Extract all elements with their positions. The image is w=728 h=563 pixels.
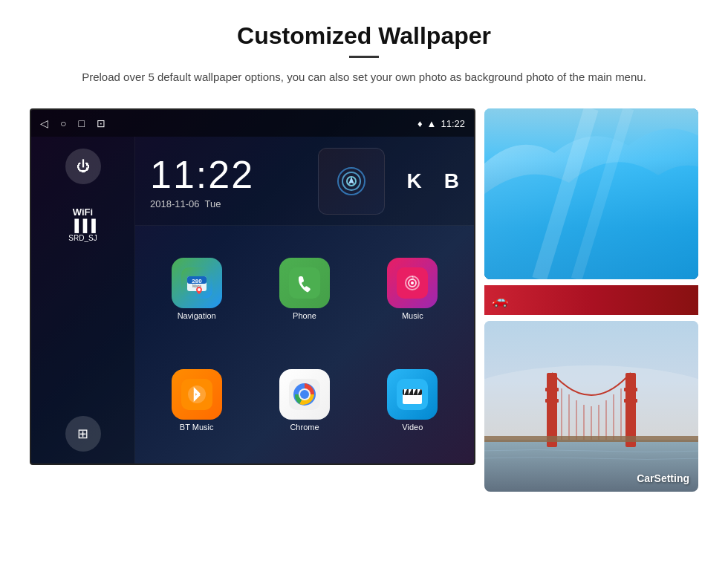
page-title: Customized Wallpaper — [59, 22, 669, 50]
svg-point-14 — [411, 282, 414, 284]
k-button[interactable]: K — [407, 169, 422, 193]
navigation-svg: 280 Maps — [181, 267, 212, 299]
phone-label: Phone — [293, 311, 316, 320]
chrome-svg — [289, 379, 320, 410]
clock-date: 2018-11-06 Tue — [150, 198, 296, 209]
page-description: Preload over 5 default wallpaper options… — [59, 68, 669, 86]
clock-section: 11:22 2018-11-06 Tue — [150, 152, 296, 209]
video-svg — [397, 379, 428, 410]
svg-point-9 — [198, 288, 201, 291]
camera-icon[interactable]: ⊡ — [97, 117, 105, 129]
car-strip-icon: 🚗 — [492, 292, 508, 308]
music-svg: ♪ — [397, 267, 428, 299]
android-screen: ◁ ○ □ ⊡ ♦ ▲ 11:22 ⏻ WiFi ▐▐▐ SRD_SJ ⊞ — [30, 108, 475, 465]
svg-rect-36 — [545, 399, 559, 403]
app-chrome[interactable]: Chrome — [250, 345, 358, 456]
radio-icon — [337, 166, 366, 196]
svg-rect-35 — [545, 388, 559, 391]
radio-widget[interactable] — [318, 148, 385, 215]
nav-icons: ◁ ○ □ ⊡ — [40, 117, 105, 129]
music-icon: ♪ — [387, 258, 438, 308]
back-icon[interactable]: ◁ — [40, 117, 48, 129]
home-icon[interactable]: ○ — [60, 117, 66, 129]
recents-icon[interactable]: □ — [78, 117, 84, 129]
chrome-label: Chrome — [290, 423, 319, 432]
chrome-icon — [279, 369, 330, 420]
clock-area: 11:22 2018-11-06 Tue — [135, 137, 474, 226]
screen-content: ⏻ WiFi ▐▐▐ SRD_SJ ⊞ 11:22 2018-11-06 Tue — [31, 137, 474, 463]
wifi-label: WiFi — [68, 206, 97, 218]
location-icon: ♦ — [417, 118, 423, 129]
app-navigation[interactable]: 280 Maps Navigation — [143, 233, 250, 345]
page-header: Customized Wallpaper Preload over 5 defa… — [0, 0, 728, 101]
wallpaper-bottom: CarSetting — [484, 321, 698, 492]
svg-rect-37 — [624, 388, 637, 391]
wifi-signal-icon: ▐▐▐ — [68, 219, 97, 232]
wifi-widget: WiFi ▐▐▐ SRD_SJ — [68, 206, 97, 242]
video-icon — [387, 369, 438, 420]
b-button[interactable]: B — [444, 169, 459, 193]
app-music[interactable]: ♪ Music — [359, 233, 467, 345]
svg-rect-38 — [624, 399, 637, 403]
status-bar: ◁ ○ □ ⊡ ♦ ▲ 11:22 — [31, 110, 474, 137]
phone-svg — [289, 267, 320, 299]
sidebar: ⏻ WiFi ▐▐▐ SRD_SJ ⊞ — [31, 137, 135, 463]
title-divider — [349, 56, 379, 58]
svg-point-21 — [300, 390, 309, 399]
screen-main: 11:22 2018-11-06 Tue — [135, 137, 474, 463]
apps-button[interactable]: ⊞ — [65, 416, 101, 452]
svg-rect-10 — [289, 267, 320, 299]
wifi-ssid: SRD_SJ — [68, 234, 97, 242]
clock-time: 11:22 — [150, 152, 296, 197]
video-label: Video — [402, 423, 423, 432]
wallpaper-panels: 🚗 — [484, 108, 698, 492]
car-setting-strip: 🚗 — [484, 285, 698, 315]
navigation-icon: 280 Maps — [172, 258, 222, 308]
carsetting-label: CarSetting — [637, 472, 689, 484]
power-button[interactable]: ⏻ — [65, 149, 101, 184]
app-phone[interactable]: Phone — [250, 233, 358, 345]
wifi-status-icon: ▲ — [427, 118, 437, 129]
time-display: 11:22 — [441, 118, 465, 129]
app-video[interactable]: Video — [359, 345, 467, 456]
status-right: ♦ ▲ 11:22 — [417, 118, 465, 129]
btmusic-svg — [181, 379, 212, 410]
app-grid: 280 Maps Navigation — [135, 226, 474, 463]
svg-rect-48 — [484, 436, 698, 442]
svg-point-17 — [188, 385, 206, 403]
music-label: Music — [402, 311, 423, 320]
ice-svg — [484, 108, 698, 279]
svg-text:♪: ♪ — [411, 273, 415, 282]
btmusic-icon — [172, 369, 222, 420]
app-btmusic[interactable]: BT Music — [143, 345, 250, 456]
wallpaper-top — [484, 108, 698, 279]
main-content: ◁ ○ □ ⊡ ♦ ▲ 11:22 ⏻ WiFi ▐▐▐ SRD_SJ ⊞ — [0, 101, 728, 492]
navigation-label: Navigation — [178, 311, 216, 320]
btmusic-label: BT Music — [180, 423, 214, 432]
bridge-background — [484, 321, 698, 492]
bridge-svg — [484, 321, 698, 492]
phone-icon — [279, 258, 330, 308]
